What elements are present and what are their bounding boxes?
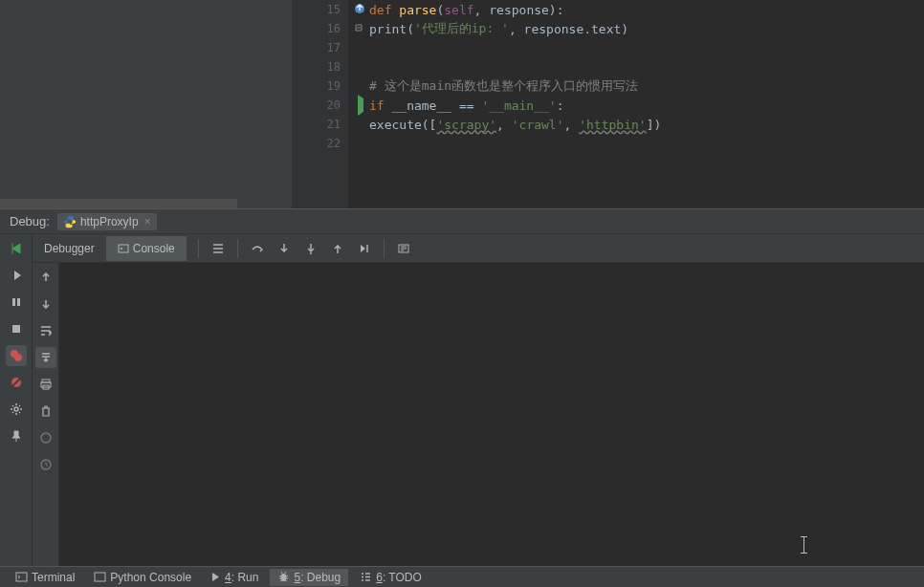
run-button[interactable]: 4: Run	[203, 569, 266, 586]
gutter[interactable]: 15 16 17 18 19 20 21 22	[293, 0, 348, 208]
resume-icon[interactable]	[6, 265, 27, 286]
todo-icon	[360, 571, 372, 583]
svg-point-5	[14, 354, 22, 361]
python-icon	[63, 215, 77, 228]
view-breakpoints-icon[interactable]	[6, 345, 27, 366]
python-console-icon	[94, 571, 106, 583]
step-out-icon[interactable]	[328, 239, 347, 258]
step-over-icon[interactable]	[248, 239, 267, 258]
run-icon	[210, 572, 221, 582]
console-icon	[118, 243, 129, 254]
svg-rect-2	[17, 298, 20, 306]
svg-point-9	[310, 252, 312, 254]
clear-icon[interactable]	[35, 401, 56, 422]
line-number[interactable]: 22	[293, 134, 348, 153]
debug-header: Debug: httpProxyIp ×	[0, 209, 924, 234]
text-cursor	[803, 536, 804, 554]
up-stack-icon[interactable]	[35, 267, 56, 288]
debug-run-tab[interactable]: httpProxyIp ×	[57, 213, 157, 230]
pause-icon[interactable]	[6, 292, 27, 313]
line-number[interactable]: 21	[293, 115, 348, 134]
horizontal-scrollbar[interactable]	[0, 199, 237, 208]
svg-rect-3	[12, 325, 20, 333]
svg-point-7	[14, 407, 18, 411]
debug-panel: Debug: httpProxyIp × Debugger Con	[0, 208, 924, 566]
close-icon[interactable]: ×	[144, 215, 151, 228]
svg-rect-16	[16, 573, 27, 581]
line-number[interactable]: 15	[293, 0, 348, 19]
show-frames-icon[interactable]	[209, 239, 228, 258]
step-into-icon[interactable]	[275, 239, 294, 258]
console-toolbar	[33, 263, 59, 566]
svg-rect-17	[95, 573, 105, 581]
line-number[interactable]: 16	[293, 19, 348, 38]
line-number[interactable]: 20	[293, 96, 348, 115]
svg-point-14	[41, 433, 51, 443]
history-icon[interactable]	[35, 454, 56, 475]
print-icon[interactable]	[35, 374, 56, 395]
console-output[interactable]	[59, 263, 924, 566]
scroll-end-icon[interactable]	[35, 347, 56, 368]
rerun-icon[interactable]	[6, 238, 27, 259]
project-panel[interactable]	[0, 0, 293, 208]
line-number[interactable]: 19	[293, 76, 348, 96]
mute-breakpoints-icon[interactable]	[6, 372, 27, 393]
run-to-cursor-icon[interactable]	[355, 239, 374, 258]
wrap-icon[interactable]	[35, 320, 56, 341]
svg-rect-1	[12, 298, 15, 306]
debug-title: Debug:	[10, 214, 50, 228]
line-number[interactable]: 18	[293, 57, 348, 76]
tab-debugger[interactable]: Debugger	[33, 236, 106, 261]
python-console-button[interactable]: Python Console	[86, 569, 199, 586]
stop-icon[interactable]	[6, 318, 27, 339]
bottom-toolbar: Terminal Python Console 4: Run 5: Debug …	[0, 566, 924, 587]
tab-console[interactable]: Console	[106, 236, 187, 261]
debug-tabs: Debugger Console	[33, 234, 924, 263]
terminal-button[interactable]: Terminal	[8, 569, 82, 586]
step-into-my-icon[interactable]	[301, 239, 320, 258]
bug-icon	[277, 571, 290, 583]
debug-button[interactable]: 5: Debug	[270, 569, 348, 586]
todo-button[interactable]: 6: TODO	[352, 569, 429, 586]
debug-tab-label: httpProxyIp	[80, 215, 139, 228]
debug-left-toolbar	[0, 234, 33, 566]
code-area[interactable]: def parse(self, response): print('代理后的ip…	[348, 0, 924, 208]
down-stack-icon[interactable]	[35, 294, 56, 315]
settings-icon[interactable]	[6, 399, 27, 420]
main-area: 15 16 17 18 19 20 21 22 def parse(self, …	[0, 0, 924, 208]
evaluate-icon[interactable]	[394, 239, 413, 258]
pin-icon[interactable]	[6, 425, 27, 446]
terminal-icon	[15, 571, 28, 583]
filter-icon[interactable]	[35, 427, 56, 448]
editor[interactable]: 15 16 17 18 19 20 21 22 def parse(self, …	[293, 0, 924, 208]
line-number[interactable]: 17	[293, 38, 348, 57]
